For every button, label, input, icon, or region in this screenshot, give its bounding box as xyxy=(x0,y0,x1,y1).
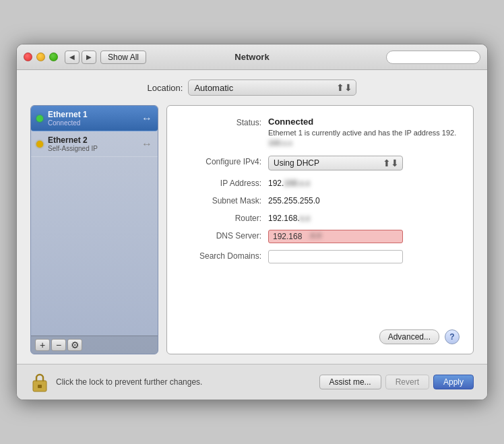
sidebar-toolbar: + − ⚙ xyxy=(31,336,158,354)
detail-footer: Advanced... ? xyxy=(181,323,460,344)
status-ip-blurred: 168.x.x xyxy=(268,138,292,148)
status-connected-text: Connected xyxy=(268,117,460,127)
svg-rect-1 xyxy=(38,385,42,388)
dns-input-wrap: .x.x xyxy=(268,230,403,243)
router-label: Router: xyxy=(181,212,268,223)
ethernet1-icon: ↔ xyxy=(141,113,152,125)
ip-row: IP Address: 192.168.x.x xyxy=(181,177,460,188)
back-button[interactable]: ◀ xyxy=(65,51,80,64)
apply-button[interactable]: Apply xyxy=(433,375,474,389)
search-wrap: 🔍 xyxy=(386,51,480,64)
router-blurred: x.x xyxy=(300,214,310,223)
status-label: Status: xyxy=(181,117,268,127)
ethernet1-status-dot xyxy=(36,115,43,122)
router-row: Router: 192.168.x.x xyxy=(181,212,460,223)
sidebar-item-ethernet1[interactable]: Ethernet 1 Connected ↔ xyxy=(31,106,158,131)
location-label: Location: xyxy=(148,83,183,93)
configure-select-wrap: Using DHCP ⬆⬇ xyxy=(268,156,403,170)
ethernet1-name: Ethernet 1 xyxy=(48,110,139,119)
subnet-row: Subnet Mask: 255.255.255.0 xyxy=(181,195,460,205)
network-window: ◀ ▶ Show All Network 🔍 Location: Automat… xyxy=(16,44,488,400)
search-domains-input[interactable] xyxy=(268,250,403,263)
assist-button[interactable]: Assist me... xyxy=(319,375,381,389)
status-row: Status: Connected Ethernet 1 is currentl… xyxy=(181,117,460,149)
ip-value: 192.168.x.x xyxy=(268,177,310,188)
configure-label: Configure IPv4: xyxy=(181,156,268,166)
sidebar-list: Ethernet 1 Connected ↔ Ethernet 2 Self-A… xyxy=(31,106,158,336)
window-title: Network xyxy=(234,52,269,62)
close-button[interactable] xyxy=(24,53,32,61)
ethernet2-icon: ↔ xyxy=(141,138,152,150)
advanced-button[interactable]: Advanced... xyxy=(379,329,439,344)
location-select-wrap: Automatic ⬆⬇ xyxy=(188,80,356,96)
window-footer: Click the lock to prevent further change… xyxy=(17,364,487,400)
detail-panel: Status: Connected Ethernet 1 is currentl… xyxy=(166,105,474,354)
titlebar: ◀ ▶ Show All Network 🔍 xyxy=(17,44,487,70)
revert-button[interactable]: Revert xyxy=(385,375,429,389)
ip-label: IP Address: xyxy=(181,177,268,188)
main-panel: Ethernet 1 Connected ↔ Ethernet 2 Self-A… xyxy=(30,105,474,354)
minimize-button[interactable] xyxy=(36,53,45,61)
sidebar: Ethernet 1 Connected ↔ Ethernet 2 Self-A… xyxy=(30,105,158,354)
add-network-button[interactable]: + xyxy=(35,339,50,351)
maximize-button[interactable] xyxy=(49,53,58,61)
configure-select[interactable]: Using DHCP xyxy=(268,156,403,170)
ip-blurred: 168.x.x xyxy=(284,179,310,188)
content-area: Location: Automatic ⬆⬇ Ethernet 1 xyxy=(17,70,487,364)
dns-row: DNS Server: .x.x xyxy=(181,230,460,243)
ethernet1-status: Connected xyxy=(48,119,139,127)
ethernet2-info: Ethernet 2 Self-Assigned IP xyxy=(48,135,139,152)
ethernet2-status-dot xyxy=(36,141,43,148)
sidebar-item-ethernet2[interactable]: Ethernet 2 Self-Assigned IP ↔ xyxy=(31,131,158,157)
lock-text: Click the lock to prevent further change… xyxy=(56,377,315,387)
router-value: 192.168.x.x xyxy=(268,212,310,223)
location-select[interactable]: Automatic xyxy=(188,80,356,96)
dns-label: DNS Server: xyxy=(181,230,268,241)
dns-blurred: .x.x xyxy=(309,230,321,240)
search-input[interactable] xyxy=(386,51,480,64)
lock-icon[interactable] xyxy=(30,371,49,393)
nav-buttons: ◀ ▶ xyxy=(65,51,96,64)
network-gear-button[interactable]: ⚙ xyxy=(67,339,82,351)
configure-row: Configure IPv4: Using DHCP ⬆⬇ xyxy=(181,156,460,170)
traffic-lights xyxy=(24,53,58,61)
subnet-label: Subnet Mask: xyxy=(181,195,268,205)
remove-network-button[interactable]: − xyxy=(51,339,66,351)
ethernet2-status: Self-Assigned IP xyxy=(48,145,139,152)
show-all-button[interactable]: Show All xyxy=(100,51,146,64)
help-button[interactable]: ? xyxy=(445,329,460,344)
status-value-block: Connected Ethernet 1 is currently active… xyxy=(268,117,460,149)
status-description: Ethernet 1 is currently active and has t… xyxy=(268,128,460,149)
forward-button[interactable]: ▶ xyxy=(82,51,96,64)
search-domains-label: Search Domains: xyxy=(181,250,268,261)
dns-input[interactable] xyxy=(268,230,403,243)
subnet-value: 255.255.255.0 xyxy=(268,195,320,205)
ethernet1-info: Ethernet 1 Connected xyxy=(48,110,139,127)
location-row: Location: Automatic ⬆⬇ xyxy=(30,80,474,96)
ethernet2-name: Ethernet 2 xyxy=(48,135,139,145)
status-desc-static: Ethernet 1 is currently active and has t… xyxy=(268,129,456,137)
search-domains-row: Search Domains: xyxy=(181,250,460,263)
